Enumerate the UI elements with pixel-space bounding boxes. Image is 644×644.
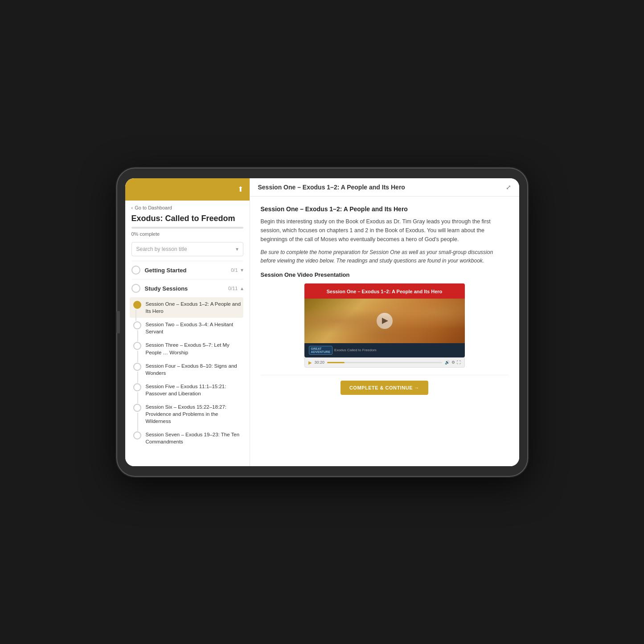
main-content: Session One – Exodus 1–2: A People and I… (250, 178, 519, 466)
complete-continue-button[interactable]: COMPLETE & CONTINUE → (340, 381, 428, 395)
section-count-getting-started: 0/1 (231, 267, 238, 273)
video-logo-badge: GREATADVENTURE (309, 346, 333, 355)
content-header: Session One – Exodus 1–2: A People and I… (250, 178, 519, 197)
lesson-text-session-3: Session Three – Exodus 5–7: Let My Peopl… (146, 341, 243, 356)
lesson-heading: Session One – Exodus 1–2: A People and I… (261, 205, 509, 213)
video-logo: GREATADVENTURE Exodus Called to Freedom (309, 346, 377, 355)
chevron-study-sessions: ▴ (241, 285, 243, 291)
section-study-sessions[interactable]: Study Sessions 0/11 ▴ (131, 279, 243, 297)
settings-icon[interactable]: ⚙ (451, 360, 455, 365)
video-controls[interactable]: ▶ 30:20 🔊 ⚙ ⛶ (304, 357, 465, 368)
lesson-item-session-4[interactable]: Session Four – Exodus 8–10: Signs and Wo… (131, 359, 243, 380)
video-progress-fill (327, 362, 345, 363)
video-thumbnail: Session One – Exodus 1–2: A People and I… (304, 283, 465, 357)
lesson-item-session-7[interactable]: Session Seven – Exodus 19–23: The Ten Co… (131, 428, 243, 448)
section-circle-study-sessions (131, 284, 140, 293)
volume-icon[interactable]: 🔊 (445, 360, 450, 365)
content-header-title: Session One – Exodus 1–2: A People and I… (258, 184, 405, 191)
home-button[interactable] (116, 311, 120, 333)
video-logo-text: Exodus Called to Freedom (334, 348, 377, 352)
progress-bar-container (131, 227, 243, 229)
lesson-circle-session-1 (133, 301, 141, 309)
section-getting-started[interactable]: Getting Started 0/1 ▾ (131, 261, 243, 279)
sidebar: ⬆ ‹ Go to Dashboard Exodus: Called to Fr… (125, 178, 250, 466)
complete-button-container: COMPLETE & CONTINUE → (261, 375, 509, 395)
lesson-text-session-4: Session Four – Exodus 8–10: Signs and Wo… (146, 362, 243, 377)
lesson-circle-session-2 (133, 321, 141, 329)
lesson-item-session-6[interactable]: Session Six – Exodus 15:22–18:27: Provid… (131, 400, 243, 428)
search-dropdown-icon: ▾ (236, 246, 238, 252)
section-count-study-sessions: 0/11 (228, 286, 238, 291)
lesson-item-session-1[interactable]: Session One – Exodus 1–2: A People and I… (130, 297, 243, 318)
share-icon[interactable]: ⬆ (238, 185, 243, 193)
content-body: Session One – Exodus 1–2: A People and I… (250, 197, 519, 466)
sidebar-header: ⬆ (125, 178, 250, 201)
lesson-item-session-5[interactable]: Session Five – Exodus 11:1–15:21: Passov… (131, 380, 243, 400)
lesson-circle-session-7 (133, 431, 141, 439)
search-input[interactable]: Search by lesson title ▾ (131, 242, 243, 256)
course-title: Exodus: Called to Freedom (131, 214, 243, 224)
video-image-area[interactable] (304, 299, 465, 343)
video-control-icons: 🔊 ⚙ ⛶ (445, 360, 461, 365)
tablet-screen: ⬆ ‹ Go to Dashboard Exodus: Called to Fr… (125, 178, 519, 466)
sidebar-content: ‹ Go to Dashboard Exodus: Called to Free… (125, 201, 250, 466)
section-label-study-sessions: Study Sessions (145, 285, 229, 292)
video-red-bar: Session One – Exodus 1–2: A People and I… (304, 283, 465, 299)
video-dark-bar: GREATADVENTURE Exodus Called to Freedom (304, 343, 465, 357)
section-circle-getting-started (131, 266, 140, 275)
lesson-item-session-3[interactable]: Session Three – Exodus 5–7: Let My Peopl… (131, 338, 243, 359)
lesson-text-session-1: Session One – Exodus 1–2: A People and I… (146, 300, 243, 315)
lesson-text-session-2: Session Two – Exodus 3–4: A Hesitant Ser… (146, 321, 243, 335)
lesson-list: Session One – Exodus 1–2: A People and I… (131, 297, 243, 448)
search-placeholder-text: Search by lesson title (136, 246, 187, 252)
back-to-dashboard-link[interactable]: ‹ Go to Dashboard (131, 205, 243, 210)
video-play-icon[interactable]: ▶ (308, 360, 312, 365)
lesson-text-session-7: Session Seven – Exodus 19–23: The Ten Co… (146, 431, 243, 445)
video-container: Session One – Exodus 1–2: A People and I… (304, 283, 465, 368)
section-label-getting-started: Getting Started (145, 267, 231, 274)
video-section-label: Session One Video Presentation (261, 271, 509, 278)
lesson-circle-session-3 (133, 342, 141, 350)
back-chevron-icon: ‹ (131, 205, 133, 210)
video-figures-decoration (304, 299, 465, 343)
lesson-text-session-5: Session Five – Exodus 11:1–15:21: Passov… (146, 383, 243, 397)
tablet-frame: ⬆ ‹ Go to Dashboard Exodus: Called to Fr… (117, 168, 527, 476)
lesson-circle-session-4 (133, 363, 141, 371)
chevron-getting-started: ▾ (241, 267, 243, 273)
fullscreen-icon[interactable]: ⛶ (457, 360, 461, 365)
lesson-description: Begin this interesting study on the Book… (261, 217, 509, 244)
lesson-circle-session-5 (133, 383, 141, 391)
video-red-bar-text: Session One – Exodus 1–2: A People and I… (327, 289, 443, 294)
lesson-text-session-6: Session Six – Exodus 15:22–18:27: Provid… (146, 403, 243, 425)
lesson-italic-note: Be sure to complete the home preparation… (261, 248, 509, 265)
lesson-circle-session-6 (133, 404, 141, 412)
video-progress-bar[interactable] (327, 362, 442, 363)
lesson-item-session-2[interactable]: Session Two – Exodus 3–4: A Hesitant Ser… (131, 318, 243, 338)
progress-text: 0% complete (131, 231, 243, 237)
expand-icon[interactable]: ⤢ (506, 184, 511, 191)
video-time-display: 30:20 (315, 360, 325, 365)
